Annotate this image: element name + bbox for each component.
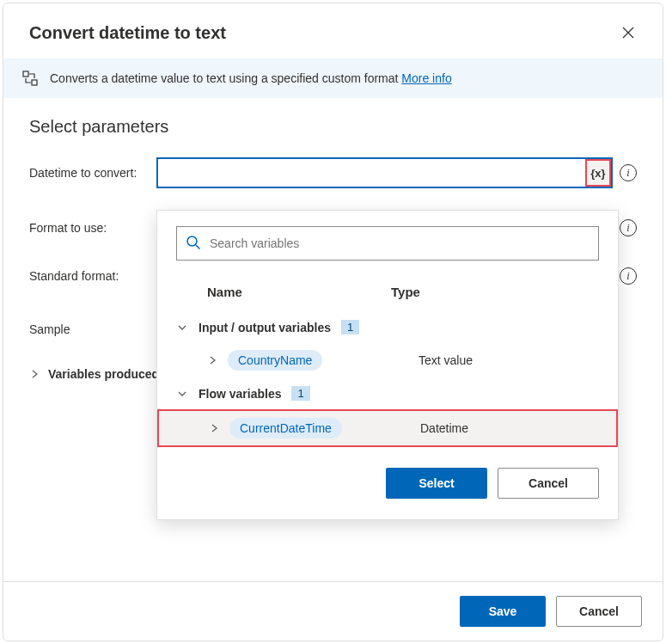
datetime-input[interactable] xyxy=(158,159,585,187)
info-icon[interactable]: i xyxy=(620,219,637,236)
variable-pill[interactable]: CountryName xyxy=(228,350,322,371)
more-info-link[interactable]: More info xyxy=(401,71,451,85)
save-button[interactable]: Save xyxy=(460,596,546,627)
dialog-footer: Save Cancel xyxy=(3,581,663,641)
info-icon[interactable]: i xyxy=(620,164,637,181)
variable-dropdown-panel: Name Type Input / output variables 1 Cou… xyxy=(156,210,619,520)
chevron-right-icon xyxy=(29,370,41,378)
dialog-title: Convert datetime to text xyxy=(29,23,226,43)
variables-produced-label: Variables produced xyxy=(48,367,159,381)
datetime-label: Datetime to convert: xyxy=(29,166,156,180)
svg-rect-0 xyxy=(23,71,28,77)
convert-icon xyxy=(22,71,38,86)
info-icon[interactable]: i xyxy=(620,267,637,285)
svg-line-3 xyxy=(196,245,200,249)
standard-label: Standard format: xyxy=(29,269,156,283)
variable-picker-button[interactable]: {x} xyxy=(585,159,611,187)
search-input[interactable] xyxy=(210,236,590,250)
sample-label: Sample xyxy=(29,322,156,336)
variable-row-currentdatetime[interactable]: CurrentDateTime Datetime xyxy=(157,409,618,447)
panel-buttons: Select Cancel xyxy=(157,447,618,504)
chevron-right-icon xyxy=(207,356,219,365)
th-type: Type xyxy=(391,285,599,299)
variable-type: Datetime xyxy=(420,421,597,435)
chevron-down-icon xyxy=(176,389,188,399)
close-icon xyxy=(622,27,634,39)
variable-type: Text value xyxy=(419,353,599,367)
count-badge: 1 xyxy=(291,386,309,401)
info-banner: Converts a datetime value to text using … xyxy=(3,58,663,98)
cancel-button[interactable]: Cancel xyxy=(556,596,642,627)
chevron-right-icon xyxy=(209,424,221,432)
format-label: Format to use: xyxy=(29,221,156,235)
banner-text: Converts a datetime value to text using … xyxy=(50,71,452,85)
variable-row-countryname[interactable]: CountryName Text value xyxy=(157,343,618,377)
svg-point-2 xyxy=(187,236,197,246)
group-flow-variables[interactable]: Flow variables 1 xyxy=(157,377,618,409)
table-header: Name Type xyxy=(157,276,618,311)
chevron-down-icon xyxy=(176,322,188,333)
datetime-input-wrap: {x} xyxy=(156,157,613,188)
search-icon xyxy=(186,235,201,253)
variable-pill[interactable]: CurrentDateTime xyxy=(229,418,342,439)
group-io-variables[interactable]: Input / output variables 1 xyxy=(157,311,618,343)
cancel-button[interactable]: Cancel xyxy=(498,468,599,499)
close-button[interactable] xyxy=(614,19,642,46)
select-button[interactable]: Select xyxy=(386,468,487,499)
param-datetime-row: Datetime to convert: {x} i xyxy=(3,152,663,193)
dialog-header: Convert datetime to text xyxy=(3,3,663,58)
dialog: Convert datetime to text Converts a date… xyxy=(3,3,663,641)
count-badge: 1 xyxy=(341,320,359,334)
svg-rect-1 xyxy=(32,80,37,85)
search-box xyxy=(176,226,599,261)
th-name: Name xyxy=(176,285,391,299)
section-title: Select parameters xyxy=(3,98,663,152)
